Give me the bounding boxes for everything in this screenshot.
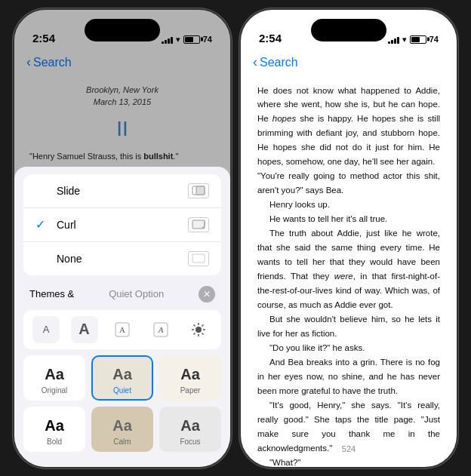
svg-line-15 (202, 324, 204, 326)
right-para-2: "You're really going to method actor thi… (257, 169, 440, 198)
font-style-btn[interactable]: A (109, 316, 136, 343)
theme-paper-aa: Aa (180, 366, 200, 383)
theme-paper[interactable]: Aa Paper (159, 355, 221, 401)
transition-menu: ✓ Slide ✓ Curl (23, 174, 221, 275)
wifi-icon-right: ▾ (402, 35, 407, 45)
right-para-10: "What?" (257, 456, 440, 467)
none-icon (188, 251, 209, 266)
quiet-option-label: Quiet Option (109, 288, 164, 299)
transition-none-left: ✓ None (35, 251, 82, 266)
right-para-6: But she wouldn't believe him, so he lets… (257, 312, 440, 341)
signal-bar-r3 (394, 38, 396, 44)
themes-label: Themes & (29, 288, 74, 299)
theme-calm[interactable]: Aa Calm (91, 407, 153, 452)
svg-text:A: A (157, 325, 163, 334)
theme-bold-aa: Aa (45, 417, 64, 435)
brightness-btn[interactable] (185, 316, 212, 343)
right-para-4: He wants to tell her it's all true. (257, 212, 440, 226)
font-decrease-btn[interactable]: A (32, 316, 60, 343)
theme-original-label: Original (42, 386, 67, 395)
status-time-right: 2:54 (259, 32, 282, 45)
theme-focus-aa: Aa (180, 417, 200, 435)
font-controls: A A A A (23, 310, 221, 349)
signal-bars-right (388, 35, 399, 44)
status-icons-right: ▾ 74 (388, 35, 439, 45)
theme-focus-label: Focus (180, 438, 200, 446)
svg-text:A: A (119, 325, 125, 334)
signal-bar-r2 (391, 40, 393, 44)
theme-calm-aa: Aa (112, 417, 132, 435)
theme-quiet[interactable]: Aa Quiet (91, 355, 153, 401)
back-chevron-right: ‹ (253, 54, 257, 70)
font-serif-btn[interactable]: A (147, 316, 174, 343)
theme-paper-label: Paper (180, 386, 201, 395)
slide-label: Slide (57, 185, 80, 197)
theme-bold-label: Bold (47, 438, 62, 446)
theme-original[interactable]: Aa Original (23, 355, 85, 401)
signal-bar-r1 (388, 41, 390, 44)
svg-rect-1 (196, 186, 205, 195)
svg-line-14 (202, 333, 204, 334)
left-phone: 2:54 ▾ 74 ‹ Search (13, 8, 232, 468)
nav-bar-right: ‹ Search (241, 49, 457, 76)
right-para-3: Henry looks up. (257, 198, 440, 212)
svg-line-13 (194, 324, 195, 326)
battery-icon-right (410, 35, 426, 44)
signal-bar-r4 (397, 37, 399, 44)
theme-bold[interactable]: Aa Bold (23, 407, 85, 452)
phones-container: 2:54 ▾ 74 ‹ Search (13, 8, 458, 468)
book-content-right: He does not know what happened to Addie,… (241, 76, 457, 467)
slide-icon (188, 183, 209, 198)
page-number: 524 (342, 444, 356, 453)
right-phone: 2:54 ▾ 74 ‹ Search (239, 8, 458, 468)
battery-fill-right (411, 37, 420, 42)
curl-label: Curl (57, 219, 76, 231)
popup-panel: ✓ Slide ✓ Curl (14, 167, 230, 467)
curl-icon (188, 217, 209, 232)
none-label: None (57, 253, 82, 265)
theme-original-aa: Aa (45, 366, 64, 383)
transition-curl[interactable]: ✓ Curl (23, 208, 221, 242)
themes-grid: Aa Original Aa Quiet Aa Paper Aa Bold Aa (23, 355, 221, 452)
svg-line-16 (194, 333, 195, 334)
battery-level-right: 74 (429, 35, 439, 44)
svg-point-8 (195, 327, 202, 333)
transition-curl-left: ✓ Curl (35, 217, 76, 232)
back-button-right[interactable]: ‹ Search (253, 54, 298, 70)
dynamic-island-right (311, 19, 386, 41)
transition-slide[interactable]: ✓ Slide (23, 174, 221, 208)
theme-quiet-label: Quiet (113, 386, 131, 395)
right-para-1: He does not know what happened to Addie,… (257, 84, 440, 170)
close-button[interactable]: ✕ (199, 286, 215, 302)
right-para-8: And Bea breaks into a grin. There is no … (257, 355, 440, 398)
svg-rect-3 (192, 254, 205, 263)
transition-slide-left: ✓ Slide (35, 183, 80, 198)
font-increase-btn[interactable]: A (71, 316, 98, 343)
right-para-7: "Do you like it?" he asks. (257, 341, 440, 355)
transition-none[interactable]: ✓ None (23, 242, 221, 275)
curl-check: ✓ (35, 217, 51, 232)
theme-focus[interactable]: Aa Focus (159, 407, 221, 452)
back-label-right: Search (260, 56, 298, 69)
theme-quiet-aa: Aa (112, 366, 132, 383)
right-para-5: The truth about Addie, just like he wrot… (257, 226, 440, 312)
themes-options-bar: Themes & Quiet Option ✕ (23, 281, 221, 307)
theme-calm-label: Calm (113, 438, 131, 446)
